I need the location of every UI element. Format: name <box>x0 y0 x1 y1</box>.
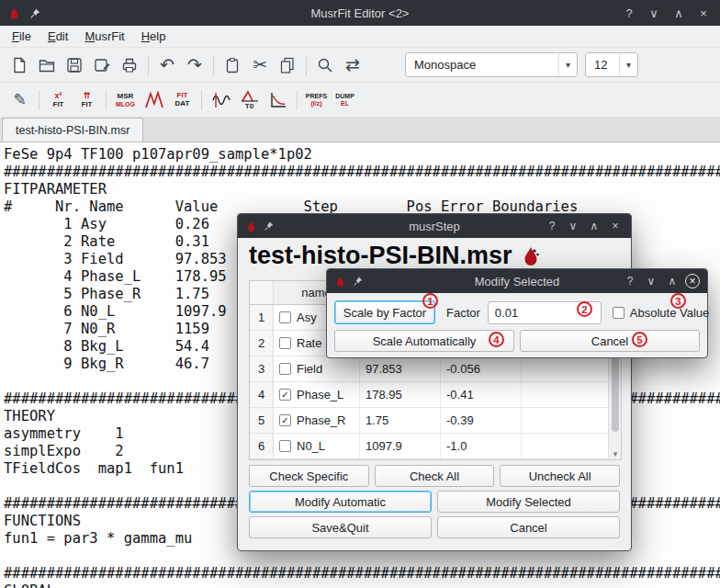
row-checkbox[interactable] <box>279 311 291 323</box>
help-button[interactable]: ? <box>622 273 638 289</box>
modify-selected-titlebar: Modify Selected ? ∨ ∧ × <box>327 269 707 293</box>
minimize-button[interactable]: ∨ <box>643 273 659 289</box>
calc-chisq-icon[interactable]: x² FIT <box>44 85 73 114</box>
toolbar-separator <box>213 55 214 75</box>
new-file-icon[interactable] <box>6 51 33 79</box>
cut-icon[interactable]: ✂ <box>246 51 274 79</box>
uncheck-all-button[interactable]: Uncheck All <box>500 465 620 487</box>
paste-icon[interactable] <box>219 51 246 79</box>
table-row[interactable]: 6 N0_L 1097.9 -1.0 <box>250 434 610 459</box>
close-button[interactable]: × <box>694 4 713 22</box>
main-toolbar: ↶ ↷ ✂ ⇄ Monospace ▾ 12 ▾ <box>0 48 720 83</box>
save-quit-button[interactable]: Save&Quit <box>249 516 432 538</box>
tab-msr-file[interactable]: test-histo-PSI-BIN.msr <box>2 118 143 141</box>
toolbar-separator <box>106 90 107 110</box>
toolbar-separator <box>148 55 149 75</box>
undo-icon[interactable]: ↶ <box>153 51 181 79</box>
musrt0-icon[interactable]: T0 <box>235 85 264 114</box>
editor-line: GLOBAL <box>0 582 720 588</box>
musrfit-logo-icon <box>520 245 542 267</box>
musrstep-titlebar: musrStep ? ∨ ∧ × <box>238 214 631 238</box>
save-icon[interactable] <box>61 51 88 79</box>
row-checkbox[interactable] <box>279 363 291 375</box>
musrfit-toolbar: ✎ x² FIT ⇈ FIT MSR MLOG FIT DAT T0 PREFS… <box>0 83 720 118</box>
cancel-button[interactable]: Cancel <box>520 330 700 352</box>
cancel-button[interactable]: Cancel <box>437 516 620 538</box>
maximize-button[interactable]: ∧ <box>586 218 602 234</box>
pin-icon[interactable] <box>29 7 41 19</box>
replace-icon[interactable]: ⇄ <box>339 51 366 79</box>
annotation-2: 2 <box>577 301 592 317</box>
pin-icon[interactable] <box>353 276 364 287</box>
toolbar-separator <box>306 55 307 75</box>
close-button[interactable]: × <box>685 274 700 288</box>
check-all-button[interactable]: Check All <box>375 465 495 487</box>
absolute-value-label: Absolute Value <box>630 306 710 320</box>
modify-selected-dialog: Modify Selected ? ∨ ∧ × Scale by Factor … <box>326 268 708 358</box>
musrfit-drop-icon <box>334 276 346 288</box>
close-button[interactable]: × <box>607 218 624 234</box>
menu-file[interactable]: File <box>4 28 39 45</box>
t0-wave-icon[interactable] <box>207 85 235 114</box>
menu-help[interactable]: Help <box>133 28 174 45</box>
row-checkbox[interactable]: ✓ <box>279 414 291 426</box>
musr-wizard-icon[interactable]: ✎ <box>6 85 34 114</box>
maximize-button[interactable]: ∧ <box>669 4 688 22</box>
help-button[interactable]: ? <box>544 218 560 234</box>
musrfit-run-icon[interactable]: ⇈ FIT <box>73 85 101 114</box>
window-title: MusrFit Editor <2> <box>0 6 720 20</box>
musrstep-heading: test-histo-PSI-BIN.msr <box>249 242 542 270</box>
redo-icon[interactable]: ↷ <box>181 51 208 79</box>
musrstep-dialog: musrStep ? ∨ ∧ × test-histo-PSI-BIN.msr … <box>237 213 632 551</box>
scale-by-factor-button[interactable]: Scale by Factor <box>334 300 435 324</box>
find-icon[interactable] <box>311 51 339 79</box>
tabbar: test-histo-PSI-BIN.msr <box>0 118 720 142</box>
modify-selected-button[interactable]: Modify Selected <box>437 491 620 513</box>
menu-musrfit[interactable]: MusrFit <box>76 28 132 45</box>
font-family-select[interactable]: Monospace ▾ <box>405 52 578 77</box>
menu-edit[interactable]: Edit <box>39 28 76 45</box>
musrprefs-icon[interactable]: PREFS (I/z) <box>302 85 331 114</box>
annotation-3: 3 <box>670 293 686 309</box>
copy-icon[interactable] <box>274 51 301 79</box>
musrfit-drop-icon <box>245 220 257 232</box>
toolbar-separator <box>297 90 298 110</box>
maximize-button[interactable]: ∧ <box>664 273 681 289</box>
table-row[interactable]: 5 ✓Phase_R 1.75 -0.39 <box>250 408 610 434</box>
musrft-icon[interactable]: FIT DAT <box>168 85 197 114</box>
toolbar-separator <box>39 90 39 110</box>
pin-icon[interactable] <box>264 220 275 232</box>
plot-icon[interactable] <box>264 85 292 114</box>
save-as-icon[interactable] <box>88 51 116 79</box>
annotation-5: 5 <box>632 332 647 347</box>
absolute-value-checkbox[interactable] <box>613 307 624 319</box>
musrfit-app-icon <box>7 6 21 20</box>
minimize-button[interactable]: ∨ <box>645 4 663 22</box>
annotation-4: 4 <box>489 332 504 347</box>
print-icon[interactable] <box>116 51 143 79</box>
check-specific-button[interactable]: Check Specific <box>249 465 369 487</box>
minimize-button[interactable]: ∨ <box>565 218 581 234</box>
table-row[interactable]: 3 Field 97.853 -0.056 <box>250 356 610 382</box>
musrview-icon[interactable] <box>140 85 168 114</box>
menubar: File Edit MusrFit Help <box>0 26 720 48</box>
help-button[interactable]: ? <box>620 4 638 22</box>
editor-line: ########################################… <box>0 565 720 582</box>
editor-line: FeSe 9p4 TF100 p107apr09_sample*1p02 <box>0 146 720 164</box>
toolbar-separator <box>201 90 202 110</box>
open-file-icon[interactable] <box>33 51 61 79</box>
scale-automatically-button[interactable]: Scale Automatically <box>334 330 514 352</box>
modify-automatic-button[interactable]: Modify Automatic <box>249 491 432 513</box>
row-checkbox[interactable]: ✓ <box>279 389 291 401</box>
msr2data-icon[interactable]: MSR MLOG <box>111 85 140 114</box>
annotation-1: 1 <box>422 293 438 309</box>
dropdown-arrow-icon: ▾ <box>619 53 637 76</box>
musrdump-icon[interactable]: DUMP EL <box>331 85 359 114</box>
dropdown-arrow-icon: ▾ <box>558 53 577 76</box>
table-row[interactable]: 4 ✓Phase_L 178.95 -0.41 <box>250 382 610 408</box>
font-size-select[interactable]: 12 ▾ <box>585 52 638 77</box>
row-checkbox[interactable] <box>279 337 291 349</box>
scroll-down-icon[interactable]: ▼ <box>609 448 622 459</box>
editor-line: FITPARAMETER <box>0 181 720 198</box>
row-checkbox[interactable] <box>279 440 291 452</box>
